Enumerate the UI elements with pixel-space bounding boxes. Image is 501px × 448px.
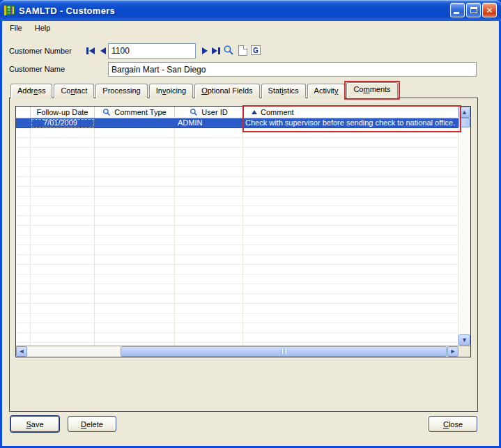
empty-cell <box>95 245 175 255</box>
tab-comments[interactable]: Comments <box>346 82 397 98</box>
empty-cell <box>95 235 175 245</box>
tab-label: Activity <box>314 86 339 95</box>
table-row[interactable]: 7/01/2009ADMINCheck with supervisor befo… <box>16 118 458 128</box>
empty-cell <box>31 275 95 284</box>
close-button[interactable]: Close <box>429 416 477 432</box>
empty-cell <box>243 314 458 323</box>
empty-cell <box>175 138 243 148</box>
menu-bar: FileHelp <box>2 21 499 35</box>
maximize-button[interactable] <box>466 3 481 17</box>
last-record-button[interactable] <box>210 46 222 56</box>
close-button[interactable]: ✕ <box>482 3 497 17</box>
table-row-empty <box>16 304 458 314</box>
vertical-scroll-track[interactable] <box>458 128 470 334</box>
grid-body: 7/01/2009ADMINCheck with supervisor befo… <box>16 118 458 346</box>
table-row-empty <box>16 196 458 206</box>
scroll-left-button[interactable]: ◄ <box>16 346 27 357</box>
horizontal-scroll-thumb[interactable] <box>121 346 447 357</box>
empty-cell <box>175 177 243 187</box>
table-row-empty <box>16 314 458 323</box>
empty-cell <box>243 177 458 187</box>
empty-cell <box>16 294 31 304</box>
first-record-icon <box>86 47 88 54</box>
empty-cell <box>243 294 458 304</box>
first-record-button[interactable] <box>85 46 96 56</box>
column-header-follow-up-date[interactable]: Follow-up Date <box>31 107 95 118</box>
delete-button[interactable]: Delete <box>68 416 116 432</box>
scroll-up-button[interactable]: ▲ <box>458 107 470 118</box>
empty-cell <box>31 235 95 245</box>
empty-cell <box>16 226 31 235</box>
tab-optional-fields[interactable]: Optional Fields <box>194 84 259 98</box>
empty-cell <box>95 167 175 177</box>
next-record-button[interactable] <box>199 46 210 56</box>
tab-contact[interactable]: Contact <box>54 84 94 98</box>
empty-cell <box>243 157 458 167</box>
empty-cell <box>16 314 31 323</box>
tab-processing[interactable]: Processing <box>95 84 147 98</box>
table-row-empty <box>16 265 458 275</box>
empty-cell <box>31 245 95 255</box>
empty-cell <box>95 148 175 157</box>
new-record-button[interactable] <box>238 45 250 57</box>
row-selector[interactable] <box>16 118 31 128</box>
scroll-right-button[interactable]: ► <box>447 346 458 357</box>
empty-cell <box>95 177 175 187</box>
empty-cell <box>175 275 243 284</box>
finder-icon <box>223 45 234 56</box>
empty-cell <box>175 216 243 226</box>
table-row-empty <box>16 167 458 177</box>
vertical-scroll-thumb[interactable] <box>458 118 470 128</box>
scroll-down-button[interactable]: ▼ <box>458 334 470 346</box>
empty-cell <box>95 265 175 275</box>
empty-cell <box>243 216 458 226</box>
customer-name-input[interactable] <box>108 62 477 77</box>
column-header-user-id[interactable]: User ID <box>175 107 243 118</box>
empty-cell <box>95 128 175 138</box>
table-row-empty <box>16 323 458 333</box>
next-record-icon <box>202 47 208 54</box>
previous-record-icon <box>100 47 106 54</box>
empty-cell <box>16 275 31 284</box>
vertical-scrollbar[interactable]: ▲ ▼ <box>458 107 470 346</box>
tab-address[interactable]: Address <box>10 84 52 98</box>
horizontal-scrollbar[interactable]: ◄ ► <box>16 346 458 357</box>
drilldown-button[interactable]: G <box>251 45 263 57</box>
column-header-label: Comment Type <box>114 108 166 116</box>
table-row-empty <box>16 275 458 284</box>
column-header-comment-type[interactable]: Comment Type <box>95 107 175 118</box>
cell-user-id: ADMIN <box>175 118 243 128</box>
tab-statistics[interactable]: Statistics <box>261 84 306 98</box>
menu-item-help[interactable]: Help <box>29 22 57 33</box>
previous-record-button[interactable] <box>98 46 109 56</box>
save-button[interactable]: Save <box>10 416 59 432</box>
empty-cell <box>243 284 458 294</box>
minimize-button[interactable] <box>450 3 465 17</box>
empty-cell <box>95 304 175 314</box>
empty-cell <box>95 138 175 148</box>
customer-number-input[interactable] <box>108 43 196 59</box>
empty-cell <box>16 216 31 226</box>
empty-cell <box>16 206 31 216</box>
empty-cell <box>16 157 31 167</box>
empty-cell <box>31 284 95 294</box>
empty-cell <box>175 167 243 177</box>
empty-cell <box>175 235 243 245</box>
scrollbar-corner <box>458 346 470 357</box>
empty-cell <box>175 314 243 323</box>
empty-cell <box>243 148 458 157</box>
empty-cell <box>31 294 95 304</box>
table-row-empty <box>16 255 458 265</box>
empty-cell <box>16 235 31 245</box>
empty-cell <box>175 187 243 196</box>
empty-cell <box>175 245 243 255</box>
tab-activity[interactable]: Activity <box>307 84 346 98</box>
empty-cell <box>31 187 95 196</box>
finder-button[interactable] <box>223 45 235 56</box>
drilldown-icon: G <box>251 45 261 55</box>
menu-item-file[interactable]: File <box>3 22 29 33</box>
empty-cell <box>243 255 458 265</box>
cell-follow-up-date: 7/01/2009 <box>31 118 95 128</box>
tab-invoicing[interactable]: Invoicing <box>149 84 193 98</box>
column-header-comment[interactable]: Comment <box>243 107 458 118</box>
